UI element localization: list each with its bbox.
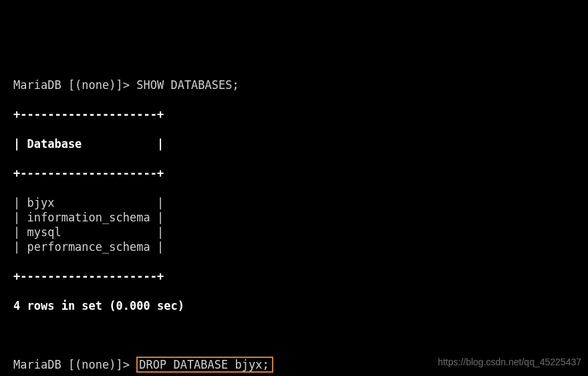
table-row: | performance_schema | bbox=[13, 240, 575, 254]
table-row: | bjyx | bbox=[13, 195, 575, 210]
table-header: | Database | bbox=[13, 136, 575, 151]
table-border: +--------------------+ bbox=[13, 269, 575, 284]
highlighted-command: DROP DATABASE bjyx; bbox=[136, 357, 273, 373]
table-border: +--------------------+ bbox=[13, 107, 575, 122]
command: SHOW DATABASES; bbox=[136, 78, 239, 92]
table-rows: | bjyx || information_schema || mysql ||… bbox=[13, 195, 575, 254]
table-row: | mysql | bbox=[13, 225, 575, 240]
terminal-output: MariaDB [(none)]> SHOW DATABASES; +-----… bbox=[13, 63, 575, 376]
table-row: | information_schema | bbox=[13, 210, 575, 225]
prompt: MariaDB [(none)]> bbox=[13, 78, 136, 92]
blank-line bbox=[13, 328, 575, 343]
result-summary: 4 rows in set (0.000 sec) bbox=[13, 298, 575, 313]
table-border: +--------------------+ bbox=[13, 166, 575, 181]
watermark: https://blog.csdn.net/qq_45225437 bbox=[438, 355, 581, 369]
prompt: MariaDB [(none)]> bbox=[13, 358, 136, 371]
cmd-line-1: MariaDB [(none)]> SHOW DATABASES; bbox=[13, 78, 575, 92]
